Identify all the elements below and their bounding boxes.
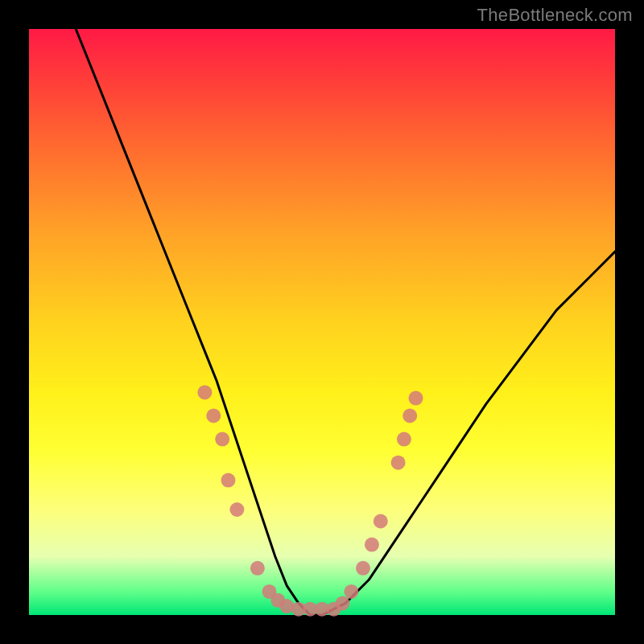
marker-dot <box>229 502 244 517</box>
marker-dot <box>197 385 212 399</box>
marker-dot <box>215 432 229 447</box>
curve-layer <box>76 29 615 615</box>
chart-svg <box>29 29 615 615</box>
marker-dot <box>391 456 406 470</box>
marker-dot <box>374 514 388 529</box>
marker-dot <box>409 391 423 406</box>
plot-area <box>29 29 615 615</box>
chart-frame: TheBottleneck.com <box>0 0 644 644</box>
marker-dot <box>365 538 379 552</box>
marker-dot <box>336 596 350 610</box>
watermark-label: TheBottleneck.com <box>477 5 633 26</box>
marker-layer <box>197 385 423 616</box>
marker-dot <box>397 432 411 447</box>
marker-dot <box>402 409 417 423</box>
marker-dot <box>356 561 370 576</box>
marker-dot <box>344 584 358 599</box>
marker-dot <box>250 561 265 576</box>
marker-dot <box>221 473 236 488</box>
marker-dot <box>206 409 221 423</box>
series-bottleneck-curve <box>76 29 615 615</box>
